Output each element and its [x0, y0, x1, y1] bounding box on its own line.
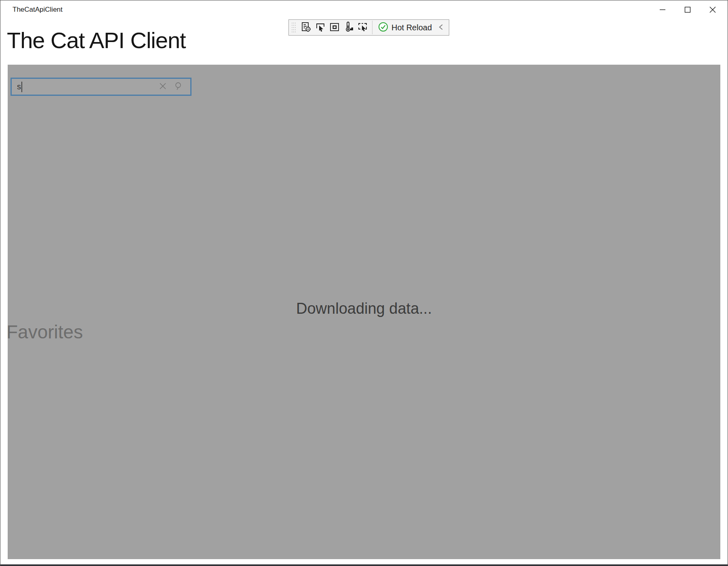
go-to-live-visual-tree-button[interactable] [299, 21, 313, 34]
thermometer-icon [343, 21, 354, 34]
app-window: TheCatApiClient [0, 0, 728, 566]
clear-search-button[interactable] [155, 79, 171, 95]
vs-debug-toolbar: Hot Reload [288, 19, 449, 36]
hot-reload-label: Hot Reload [391, 23, 432, 32]
window-title: TheCatApiClient [13, 6, 63, 14]
go-to-live-visual-tree-icon [301, 21, 312, 34]
toolbar-separator [372, 21, 372, 34]
content-panel: s Downloading data... Fa [8, 65, 720, 559]
search-button[interactable] [171, 79, 187, 95]
minimize-button[interactable] [650, 0, 675, 19]
search-input[interactable]: s [11, 78, 191, 96]
display-layout-adorners-icon [329, 21, 340, 34]
close-icon [708, 5, 717, 14]
toolbar-collapse-button[interactable] [438, 23, 445, 33]
enable-selection-icon [357, 21, 368, 34]
select-element-icon [315, 21, 326, 34]
window-controls [650, 0, 725, 19]
toolbar-grip-handle[interactable] [291, 21, 297, 34]
page-title: The Cat API Client [7, 27, 186, 53]
chevron-left-icon [438, 23, 445, 33]
search-icon [174, 81, 184, 92]
titlebar: TheCatApiClient [0, 0, 728, 19]
enable-selection-button[interactable] [356, 21, 370, 34]
minimize-icon [658, 5, 667, 14]
select-element-button[interactable] [313, 21, 327, 34]
clear-icon [158, 82, 167, 92]
downloading-status-text: Downloading data... [8, 300, 720, 317]
maximize-button[interactable] [675, 0, 700, 19]
search-input-value: s [12, 82, 21, 91]
close-button[interactable] [700, 0, 725, 19]
favorites-heading: Favorites [6, 321, 83, 343]
hot-reload-status-icon [378, 22, 388, 33]
text-caret [21, 82, 22, 92]
maximize-icon [683, 5, 692, 14]
show-layout-hot-path-button[interactable] [341, 21, 356, 34]
hot-reload-button[interactable]: Hot Reload [377, 22, 433, 33]
bottom-taskbar-strip [0, 564, 728, 566]
display-layout-adorners-button[interactable] [327, 21, 341, 34]
